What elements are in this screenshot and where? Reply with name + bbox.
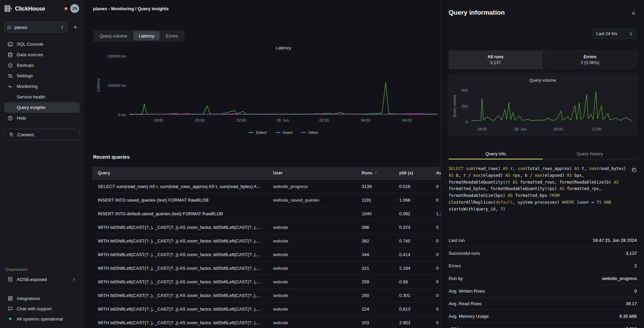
cell-runs: 3139 [356, 179, 394, 193]
organization-label: Organization [4, 267, 80, 271]
sidebar-item-sql-console[interactable]: SQL Console [4, 39, 80, 49]
notification-dot[interactable] [64, 7, 68, 10]
x-tick-label: 28. Jun [514, 127, 526, 131]
table-row[interactable]: WITH bitShiftLeft(CAST(?..), _CAST(?..))… [92, 316, 441, 328]
column-header-runs[interactable]: Runs [356, 167, 394, 179]
cell-avg: 0 [431, 220, 441, 234]
cell-avg: 0 [431, 179, 441, 193]
stat-tab-all-runs[interactable]: All runs3,137 [449, 50, 542, 69]
table-row[interactable]: WITH bitShiftLeft(CAST(?..), _CAST(?..))… [92, 261, 441, 275]
sidebar-item-label: Backups [17, 63, 34, 68]
settings-icon [8, 73, 13, 79]
sidebar-item-service-health[interactable]: Service health [4, 92, 80, 102]
metric-tabs: Query volumeLatencyErrors [93, 30, 184, 42]
cell-p50: 0.58 [394, 275, 431, 288]
sidebar-item-label: Query insights [17, 105, 45, 110]
table-row[interactable]: INSERT INTO saved_queries (text) FORMAT … [92, 193, 441, 207]
logo-row: ClickHouse ZN [4, 0, 80, 17]
table-row[interactable]: WITH bitShiftLeft(CAST(?..), _CAST(?..))… [92, 275, 441, 288]
column-header-avg[interactable]: Avg [431, 167, 441, 179]
tab-latency[interactable]: Latency [133, 31, 160, 41]
stat-label: All runs [488, 54, 504, 59]
stat-tab-errors[interactable]: Errors2 (0.06%) [543, 50, 637, 69]
table-row[interactable]: WITH bitShiftLeft(CAST(?..), _CAST(?..))… [92, 220, 441, 234]
sidebar-item-monitoring[interactable]: Monitoring [4, 81, 80, 92]
x-tick-label: 22:00 [237, 118, 246, 122]
detail-label: Run by [449, 276, 463, 281]
cell-p50: 0.374 [394, 220, 431, 234]
x-tick-label: 04:00 [361, 118, 370, 122]
legend-label: Other [309, 130, 318, 135]
help-icon [8, 115, 13, 121]
cell-p50: 2.184 [394, 261, 431, 275]
y-tick-label: 100000 ms [108, 83, 126, 88]
stat-label: Errors [584, 54, 597, 59]
cell-user: website [268, 288, 356, 302]
detail-label: Avg. Written Rows [449, 288, 485, 294]
cell-avg: 0 [431, 316, 441, 328]
cell-avg: 1.15 [431, 207, 441, 220]
table-row[interactable]: WITH bitShiftLeft(CAST(?..), _CAST(?..))… [92, 234, 441, 248]
sidebar-item-organization[interactable]: ADSB.exposed [4, 274, 80, 284]
sidebar-item-settings[interactable]: Settings [4, 71, 80, 81]
query-volume-plot[interactable] [471, 90, 632, 122]
legend-item-select[interactable]: Select [249, 130, 267, 135]
tab-errors[interactable]: Errors [160, 31, 183, 41]
sidebar-item-help[interactable]: Help [4, 113, 80, 123]
cell-p50: 0.613 [394, 302, 431, 316]
cell-user: website [268, 316, 356, 328]
y-tick-label: 500 [462, 88, 468, 92]
tab-query-history[interactable]: Query history [543, 148, 637, 159]
table-row[interactable]: SELECT sum(read_rows) AS r, sum(total_ro… [92, 179, 441, 193]
column-header-user[interactable]: User [268, 167, 356, 179]
app-root: ClickHouse ZN planes SQL ConsoleData sou… [0, 0, 644, 328]
series-select [130, 82, 437, 114]
clickhouse-logo-icon[interactable] [5, 5, 12, 12]
latency-plot[interactable] [130, 56, 437, 115]
building-icon [8, 277, 13, 282]
table-row[interactable]: WITH bitShiftLeft(CAST(?..), _CAST(?..))… [92, 302, 441, 316]
tab-query-volume[interactable]: Query volume [94, 31, 133, 41]
copy-query-button[interactable] [630, 166, 638, 174]
time-range-select[interactable]: Last 24 hrs [593, 29, 636, 39]
cell-user: website [268, 220, 356, 234]
cell-runs: 259 [356, 275, 394, 288]
cell-runs: 344 [356, 248, 394, 261]
detail-value: 3,137 [626, 251, 637, 256]
add-service-button[interactable] [71, 23, 80, 32]
y-axis-ticks: 5002500 [449, 90, 468, 122]
sidebar-item-all-systems-operational[interactable]: All systems operational [4, 314, 80, 324]
service-selector[interactable]: planes [4, 22, 68, 33]
close-panel-button[interactable] [629, 9, 638, 18]
legend-item-insert[interactable]: Insert [275, 130, 293, 135]
cloud-icon [7, 25, 12, 30]
sidebar-item-chat-with-support[interactable]: Chat with support [4, 303, 80, 314]
column-header-query[interactable]: Query [92, 167, 268, 179]
legend-item-other[interactable]: Other [301, 130, 318, 135]
cell-query: INSERT INTO default.saved_queries (text)… [92, 207, 268, 220]
cell-avg: 0 [431, 234, 441, 248]
table-row[interactable]: INSERT INTO default.saved_queries (text)… [92, 207, 441, 220]
detail-value: 16:47:25, Jun 28 2024 [593, 238, 637, 243]
column-header-p50-s[interactable]: p50 (s) [394, 167, 431, 179]
connect-button[interactable]: Connect [4, 129, 80, 140]
sql-query-text[interactable]: SELECT sum(read_rows) AS r, sum(total_ro… [449, 166, 637, 213]
cell-p50: 0.301 [394, 288, 431, 302]
organization-name: ADSB.exposed [17, 277, 47, 282]
sidebar-item-query-insights[interactable]: Query insights [4, 102, 80, 113]
tab-query-info[interactable]: Query info [449, 148, 543, 159]
app-title: ClickHouse [15, 5, 45, 12]
service-row: planes [4, 22, 80, 33]
cell-query: SELECT sum(read_rows) AS r, sum(total_ro… [92, 179, 268, 193]
table-row[interactable]: WITH bitShiftLeft(CAST(?..), _CAST(?..))… [92, 248, 441, 261]
x-tick-label: 12:00 [592, 127, 601, 131]
cell-user: website [268, 275, 356, 288]
sidebar-item-backups[interactable]: Backups [4, 60, 80, 71]
sidebar-item-data-sources[interactable]: Data sources [4, 49, 80, 60]
chat-icon [8, 306, 13, 311]
stat-value: 2 (0.06%) [581, 60, 599, 65]
sidebar-item-integrations[interactable]: Integrations [4, 293, 80, 303]
x-tick-label: 02:00 [319, 118, 329, 122]
table-row[interactable]: WITH bitShiftLeft(CAST(?..), _CAST(?..))… [92, 288, 441, 302]
avatar[interactable]: ZN [70, 4, 79, 13]
